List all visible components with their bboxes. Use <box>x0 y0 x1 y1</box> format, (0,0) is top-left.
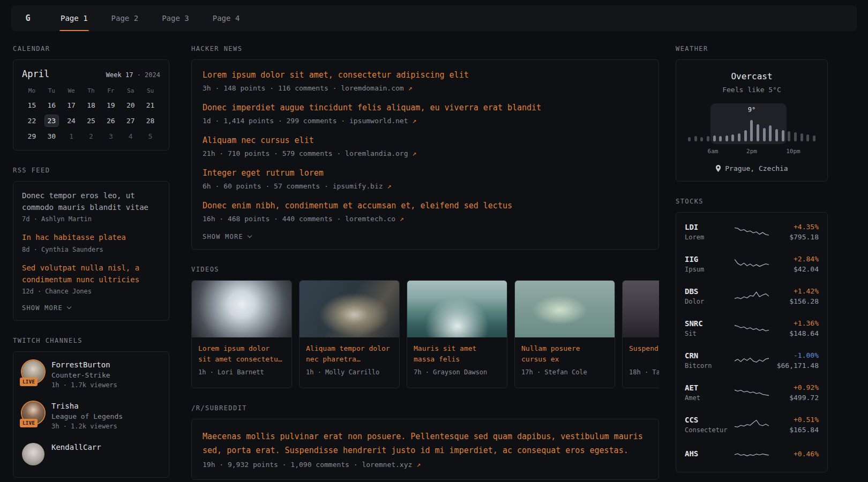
rss-item-title[interactable]: Sed volutpat nulla nisl, a condimentum n… <box>22 262 160 285</box>
hn-item-title[interactable]: Integer eget rutrum lorem <box>203 168 648 179</box>
hn-item-title[interactable]: Donec enim nibh, condimentum et accumsan… <box>203 200 648 212</box>
calendar-day: 18 <box>84 99 98 111</box>
subreddit-widget-title: /R/SUBREDDIT <box>191 404 659 412</box>
hn-source-link[interactable]: loremlandia.org ↗ <box>345 149 416 157</box>
channel-name[interactable]: KendallCarr <box>51 443 101 451</box>
channel-name[interactable]: Trisha <box>51 402 123 410</box>
calendar-day: 2 <box>84 130 98 142</box>
calendar-day-cell: 16 <box>42 99 62 111</box>
hn-item: Aliquam nec cursus elit 21h · 710 points… <box>203 135 648 157</box>
rss-item-title[interactable]: Donec tempor eros leo, ut commodo mauris… <box>22 190 160 213</box>
subreddit-source-link[interactable]: loremnet.xyz ↗ <box>362 461 421 469</box>
stock-row[interactable]: DBS Dolor +1.42% $156.28 <box>685 280 819 312</box>
video-card[interactable]: Aliquam tempor dolor nec pharetra… 1h · … <box>299 280 400 388</box>
page-tab[interactable]: Page 1 <box>49 5 100 31</box>
rss-widget: RSS FEED Donec tempor eros leo, ut commo… <box>13 167 169 321</box>
hn-item-title[interactable]: Donec imperdiet augue tincidunt felis al… <box>203 102 648 114</box>
stock-row[interactable]: AHS +0.46% <box>685 441 819 469</box>
hn-source-domain: loremdomain.com <box>341 84 403 92</box>
video-card[interactable]: Suspendisse diam 18h · Tara <box>622 280 659 388</box>
video-thumbnail[interactable] <box>192 281 291 337</box>
video-card[interactable]: Lorem ipsum dolor sit amet consectetu… 1… <box>191 280 292 388</box>
calendar-day-header: Su <box>140 87 160 94</box>
channel-game[interactable]: League of Legends <box>51 412 123 420</box>
hn-item-title[interactable]: Aliquam nec cursus elit <box>203 135 648 146</box>
calendar-day: 3 <box>103 130 118 142</box>
rss-item-meta: 12d · Chance Jones <box>22 288 160 295</box>
calendar-day-header: Mo <box>22 87 42 94</box>
stock-row[interactable]: SNRC Sit +1.36% $148.64 <box>685 312 819 344</box>
twitch-widget-title: TWITCH CHANNELS <box>13 337 169 344</box>
stocks-widget-title: STOCKS <box>676 198 828 205</box>
page-tab[interactable]: Page 3 <box>150 5 201 31</box>
video-meta: 1h · Molly Carrillo <box>306 368 393 376</box>
stock-price: $156.28 <box>772 297 819 305</box>
stock-name: Bitcorn <box>685 362 732 370</box>
stock-row[interactable]: CCS Consectetur +0.51% $165.84 <box>685 409 819 441</box>
calendar-day-cell: 18 <box>81 99 101 111</box>
weather-card: Overcast Feels like 5°C 9° 6am 2pm 10pm <box>676 59 828 182</box>
weather-bar-chart: 9° <box>685 103 819 144</box>
video-title[interactable]: Aliquam tempor dolor nec pharetra… <box>306 343 393 365</box>
video-title[interactable]: Suspendisse diam <box>629 343 659 365</box>
channel-avatar[interactable] <box>22 443 44 465</box>
channel-info: Trisha League of Legends 3h · 1.2k viewe… <box>51 402 123 430</box>
subreddit-card: Maecenas mollis pulvinar erat non posuer… <box>191 419 659 480</box>
stock-row[interactable]: LDI Lorem +4.35% $795.18 <box>685 216 819 248</box>
stock-row[interactable]: AET Amet +0.92% $499.72 <box>685 376 819 409</box>
calendar-day-cell: 28 <box>140 115 160 127</box>
calendar-day: 21 <box>143 99 158 111</box>
rss-item-title[interactable]: In hac habitasse platea <box>22 232 160 244</box>
calendar-day-cell: 20 <box>121 99 140 111</box>
video-thumbnail[interactable] <box>407 281 507 337</box>
rss-item: In hac habitasse platea 8d · Cynthia Sau… <box>22 232 160 253</box>
app-logo[interactable]: G <box>14 5 41 31</box>
page-tab[interactable]: Page 4 <box>201 5 252 31</box>
stock-id: IIG Ipsum <box>685 255 732 273</box>
hn-item-meta: 3h · 148 points · 116 comments · loremdo… <box>203 84 648 92</box>
subreddit-widget: /R/SUBREDDIT Maecenas mollis pulvinar er… <box>191 404 659 480</box>
stock-change: +2.84% <box>772 255 819 263</box>
stock-row[interactable]: CRN Bitcorn -1.00% $66,171.48 <box>685 344 819 376</box>
channel-avatar-wrap: LIVE <box>22 360 44 383</box>
video-title[interactable]: Lorem ipsum dolor sit amet consectetu… <box>198 343 285 365</box>
twitch-channel-row[interactable]: LIVE Trisha League of Legends 3h · 1.2k … <box>22 402 160 430</box>
video-thumbnail[interactable] <box>515 281 615 337</box>
hn-show-more-label: SHOW MORE <box>203 233 243 240</box>
twitch-widget: TWITCH CHANNELS LIVE ForrestBurton Count… <box>13 337 169 478</box>
hn-item-title[interactable]: Lorem ipsum dolor sit amet, consectetur … <box>203 70 648 81</box>
video-thumbnail[interactable] <box>623 281 659 337</box>
weather-location-label: Prague, Czechia <box>725 164 788 172</box>
channel-meta: 3h · 1.2k viewers <box>51 423 123 430</box>
twitch-channel-row[interactable]: LIVE KendallCarr <box>22 443 160 465</box>
video-card[interactable]: Mauris sit amet massa felis 7h · Grayson… <box>407 280 507 388</box>
calendar-week-number: Week 17 <box>106 71 133 79</box>
rss-card: Donec tempor eros leo, ut commodo mauris… <box>13 181 169 321</box>
subreddit-list: Maecenas mollis pulvinar erat non posuer… <box>203 430 648 469</box>
video-body: Aliquam tempor dolor nec pharetra… 1h · … <box>300 337 399 382</box>
subreddit-post-title[interactable]: Maecenas mollis pulvinar erat non posuer… <box>203 430 648 457</box>
stock-row[interactable]: IIG Ipsum +2.84% $42.04 <box>685 248 819 280</box>
hn-source-link[interactable]: loremtech.co ↗ <box>345 215 404 223</box>
stock-price: $42.04 <box>772 265 819 273</box>
video-card[interactable]: Nullam posuere cursus ex 17h · Stefan Co… <box>514 280 615 388</box>
channel-game[interactable]: Counter-Strike <box>51 371 117 379</box>
twitch-channel-row[interactable]: LIVE ForrestBurton Counter-Strike 1h · 1… <box>22 360 160 389</box>
rss-show-more-button[interactable]: SHOW MORE <box>22 304 160 312</box>
stock-name: Consectetur <box>685 426 732 434</box>
page-tab[interactable]: Page 2 <box>100 5 151 31</box>
channel-name[interactable]: ForrestBurton <box>51 360 117 369</box>
middle-column: HACKER NEWS Lorem ipsum dolor sit amet, … <box>191 45 659 482</box>
weather-hour-bar <box>713 135 716 141</box>
calendar-day: 19 <box>103 99 118 111</box>
hn-show-more-button[interactable]: SHOW MORE <box>203 233 648 240</box>
channel-meta: 1h · 1.7k viewers <box>51 381 117 389</box>
videos-widget: VIDEOS Lorem ipsum dolor sit amet consec… <box>191 266 659 388</box>
hn-source-link[interactable]: ipsumworld.net ↗ <box>349 117 416 125</box>
hn-source-link[interactable]: ipsumify.biz ↗ <box>333 182 392 190</box>
video-title[interactable]: Mauris sit amet massa felis <box>414 343 500 365</box>
video-thumbnail[interactable] <box>300 281 399 337</box>
video-title[interactable]: Nullam posuere cursus ex <box>521 343 608 365</box>
calendar-widget-title: CALENDAR <box>13 45 169 52</box>
hn-source-link[interactable]: loremdomain.com ↗ <box>341 84 412 92</box>
